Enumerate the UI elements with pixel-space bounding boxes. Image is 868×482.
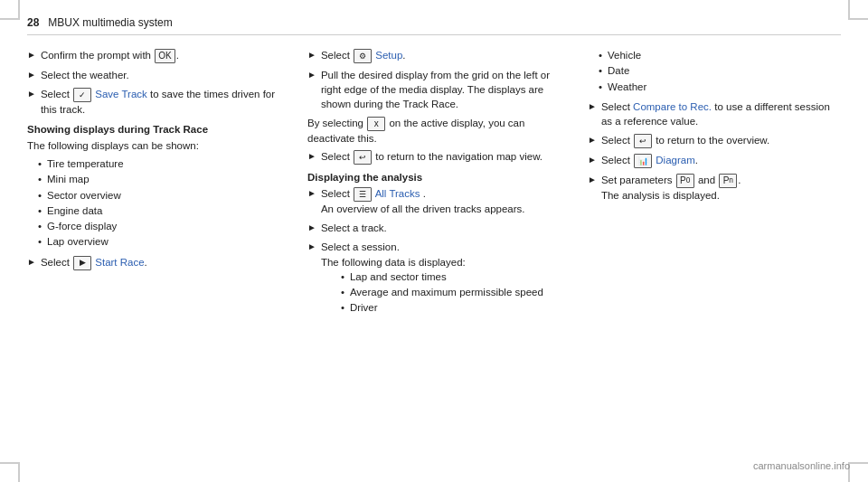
col-mid: ► Select ⚙ Setup. ► Pull the desired dis… [307, 48, 588, 324]
arrow-icon-8: ► [307, 187, 316, 200]
section-track-race-intro: The following displays can be shown: [27, 138, 289, 153]
arrow-text-diagram: Select 📊 Diagram. [601, 153, 841, 168]
arrow-icon-3: ► [27, 88, 36, 100]
session-data-list: Lap and sector times Average and maximum… [341, 269, 570, 317]
col-left: ► Confirm the prompt with OK. ► Select t… [27, 48, 307, 324]
list-item-engine: Engine data [38, 203, 289, 219]
list-item-sector: Sector overview [38, 188, 289, 203]
content-columns: ► Confirm the prompt with OK. ► Select t… [27, 48, 841, 324]
corner-br [848, 462, 868, 482]
arrow-item-pull: ► Pull the desired display from the grid… [307, 68, 570, 111]
watermark: carmanualsonline.info [753, 460, 850, 471]
arrow-item-startrace: ► Select ▶ Start Race. [27, 255, 289, 270]
section-track-race-heading: Showing displays during Track Race [27, 124, 289, 135]
list-item-lap-sector: Lap and sector times [341, 269, 570, 285]
arrow-icon-6: ► [307, 69, 316, 81]
list-item-weather: Weather [599, 80, 841, 95]
col-right: Vehicle Date Weather ► Select Compare to… [588, 48, 841, 324]
arrow-text-confirm: Confirm the prompt with OK. [41, 48, 289, 63]
list-item-lap: Lap overview [38, 234, 289, 250]
arrow-item-navreturn: ► Select ↩ to return to the navigation m… [307, 149, 570, 165]
arrow-text-startrace: Select ▶ Start Race. [41, 255, 289, 270]
arrow-icon-14: ► [588, 174, 597, 186]
arrow-item-weather: ► Select the weather. [27, 68, 289, 82]
arrow-item-alltracks: ► Select ☰ All Tracks . An overview of a… [307, 186, 570, 216]
arrow-icon-9: ► [307, 222, 316, 234]
arrow-text-alltracks: Select ☰ All Tracks . An overview of all… [321, 186, 570, 216]
corner-tl [0, 0, 20, 20]
section-analysis-heading: Displaying the analysis [307, 172, 570, 183]
arrow-text-navreturn: Select ↩ to return to the navigation map… [321, 149, 570, 165]
arrow-text-setup: Select ⚙ Setup. [321, 48, 570, 63]
arrow-item-overview: ► Select ↩ to return to the overview. [588, 133, 841, 148]
displays-list: Tire temperature Mini map Sector overvie… [38, 156, 289, 250]
overview-return-icon[interactable]: ↩ [634, 134, 652, 148]
start-race-link[interactable]: Start Race [95, 257, 144, 268]
arrow-item-save: ► Select ✓ Save Track to save the times … [27, 87, 289, 117]
list-item-tire: Tire temperature [38, 156, 289, 172]
arrow-icon-12: ► [588, 134, 597, 146]
return-nav-icon[interactable]: ↩ [354, 150, 372, 165]
list-item-gforce: G-force display [38, 219, 289, 234]
arrow-icon-5: ► [307, 49, 316, 61]
arrow-item-confirm: ► Confirm the prompt with OK. [27, 48, 289, 63]
arrow-item-setparams: ► Set parameters P0 and Pn. The analysis… [588, 173, 841, 203]
list-item-avg-speed: Average and maximum permissible speed [341, 285, 570, 300]
page-container: 28 MBUX multimedia system ► Confirm the … [0, 0, 868, 482]
arrow-item-selectsession: ► Select a session. The following data i… [307, 240, 570, 319]
setup-icon[interactable]: ⚙ [354, 49, 372, 63]
arrow-text-selecttrack: Select a track. [321, 221, 570, 235]
arrow-icon-4: ► [27, 256, 36, 269]
list-item-date: Date [599, 63, 841, 79]
page-title: MBUX multimedia system [48, 16, 172, 29]
arrow-icon-2: ► [27, 69, 36, 81]
diagram-link[interactable]: Diagram [656, 155, 694, 165]
compare-to-rec-link[interactable]: Compare to Rec. [633, 101, 712, 112]
save-track-link[interactable]: Save Track [95, 89, 147, 99]
reference-list: Vehicle Date Weather [599, 48, 841, 95]
corner-tr [848, 0, 868, 20]
arrow-text-selectsession: Select a session. The following data is … [321, 240, 570, 319]
page-number: 28 [27, 16, 39, 29]
arrow-item-diagram: ► Select 📊 Diagram. [588, 153, 841, 168]
arrow-text-save: Select ✓ Save Track to save the times dr… [41, 87, 289, 117]
diagram-icon[interactable]: 📊 [634, 154, 652, 168]
arrow-icon-13: ► [588, 154, 597, 166]
alltracks-icon[interactable]: ☰ [354, 187, 372, 202]
arrow-icon: ► [27, 49, 36, 61]
arrow-item-selecttrack: ► Select a track. [307, 221, 570, 235]
p0-button[interactable]: P0 [676, 174, 694, 188]
checkmark-icon[interactable]: ✓ [73, 88, 91, 102]
ok-button[interactable]: OK [155, 49, 175, 63]
startrace-icon[interactable]: ▶ [73, 256, 91, 270]
setup-link[interactable]: Setup [375, 50, 402, 61]
arrow-text-comparetorec: Select Compare to Rec. to use a differen… [601, 99, 841, 128]
arrow-icon-11: ► [588, 100, 597, 113]
arrow-item-setup: ► Select ⚙ Setup. [307, 48, 570, 63]
arrow-icon-10: ► [307, 241, 316, 253]
list-item-driver: Driver [341, 300, 570, 316]
all-tracks-link[interactable]: All Tracks [375, 188, 420, 199]
corner-bl [0, 462, 20, 482]
arrow-text-pull: Pull the desired display from the grid o… [321, 68, 570, 111]
list-item-vehicle: Vehicle [599, 48, 841, 63]
arrow-icon-7: ► [307, 150, 316, 163]
arrow-text-overview: Select ↩ to return to the overview. [601, 133, 841, 148]
pn-button[interactable]: Pn [719, 174, 737, 188]
x-button[interactable]: x [367, 117, 385, 131]
arrow-item-comparetorec: ► Select Compare to Rec. to use a differ… [588, 99, 841, 128]
by-selecting-text: By selecting x on the active display, yo… [307, 116, 570, 146]
arrow-text-setparams: Set parameters P0 and Pn. The analysis i… [601, 173, 841, 203]
arrow-text-weather: Select the weather. [41, 68, 289, 82]
page-header: 28 MBUX multimedia system [27, 16, 841, 35]
list-item-mini: Mini map [38, 172, 289, 187]
